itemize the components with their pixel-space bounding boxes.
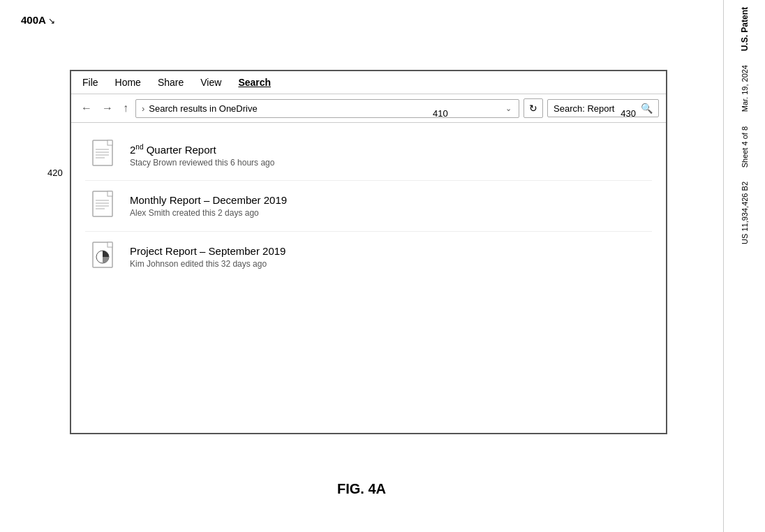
search-button[interactable]: 🔍: [641, 103, 653, 114]
back-button[interactable]: ←: [78, 101, 95, 116]
refresh-icon: ↻: [529, 103, 537, 114]
file-icon-1: [91, 138, 119, 172]
menu-search[interactable]: Search: [238, 77, 271, 88]
file-info-3: Project Report – September 2019 Kim John…: [130, 245, 285, 269]
document-icon: [92, 191, 117, 221]
file-icon-2: [91, 189, 119, 223]
svg-rect-7: [107, 191, 112, 196]
patent-title: U.S. Patent: [740, 7, 750, 51]
address-text: Search results in OneDrive: [149, 103, 504, 114]
figure-id: 400A: [21, 14, 45, 26]
app-window: File Home Share View Search ← → ↑ › Sear…: [70, 70, 667, 434]
menu-bar: File Home Share View Search: [71, 71, 666, 94]
search-box[interactable]: Search: Report 🔍: [547, 99, 659, 117]
figure-caption: FIG. 4A: [337, 481, 386, 497]
patent-sidebar: U.S. Patent Mar. 19, 2024 Sheet 4 of 8 U…: [723, 0, 765, 532]
file-subtitle-1: Stacy Brown reviewed this 6 hours ago: [130, 158, 274, 168]
forward-button[interactable]: →: [99, 101, 116, 116]
file-info-1: 2nd Quarter Report Stacy Brown reviewed …: [130, 143, 274, 168]
menu-file[interactable]: File: [82, 77, 98, 88]
files-area: 2nd Quarter Report Stacy Brown reviewed …: [71, 123, 666, 433]
annotation-410: 410: [433, 108, 448, 119]
dropdown-icon[interactable]: ⌄: [504, 103, 513, 114]
main-content: 400A ↘ File Home Share View Search ← → ↑…: [0, 0, 723, 532]
svg-rect-13: [107, 242, 112, 247]
file-subtitle-3: Kim Johnson edited this 32 days ago: [130, 259, 285, 269]
document-icon: [92, 140, 117, 170]
patent-date: Mar. 19, 2024: [741, 65, 749, 112]
chart-document-icon: [92, 242, 117, 272]
up-button[interactable]: ↑: [120, 101, 131, 116]
figure-arrow: ↘: [48, 16, 55, 26]
file-title-3: Project Report – September 2019: [130, 245, 285, 257]
refresh-button[interactable]: ↻: [523, 98, 543, 118]
file-subtitle-2: Alex Smith created this 2 days ago: [130, 208, 287, 218]
menu-share[interactable]: Share: [158, 77, 184, 88]
file-title-1: 2nd Quarter Report: [130, 143, 274, 156]
menu-home[interactable]: Home: [115, 77, 141, 88]
file-title-2: Monthly Report – December 2019: [130, 194, 287, 206]
file-icon-3: [91, 240, 119, 274]
list-item[interactable]: Monthly Report – December 2019 Alex Smit…: [85, 181, 652, 232]
svg-rect-1: [107, 140, 112, 145]
list-item[interactable]: Project Report – September 2019 Kim John…: [85, 232, 652, 282]
annotation-430: 430: [621, 108, 636, 119]
toolbar-row: ← → ↑ › Search results in OneDrive ⌄ ↻ S…: [71, 94, 666, 123]
annotation-420: 420: [47, 168, 63, 178]
figure-label: 400A ↘: [21, 14, 55, 26]
file-info-2: Monthly Report – December 2019 Alex Smit…: [130, 194, 287, 218]
list-item[interactable]: 2nd Quarter Report Stacy Brown reviewed …: [85, 130, 652, 181]
address-bar[interactable]: › Search results in OneDrive ⌄: [135, 99, 519, 118]
menu-view[interactable]: View: [200, 77, 221, 88]
patent-sheet: Sheet 4 of 8: [741, 126, 749, 168]
address-chevron-icon: ›: [142, 103, 144, 114]
patent-number: US 11,934,426 B2: [741, 182, 749, 244]
